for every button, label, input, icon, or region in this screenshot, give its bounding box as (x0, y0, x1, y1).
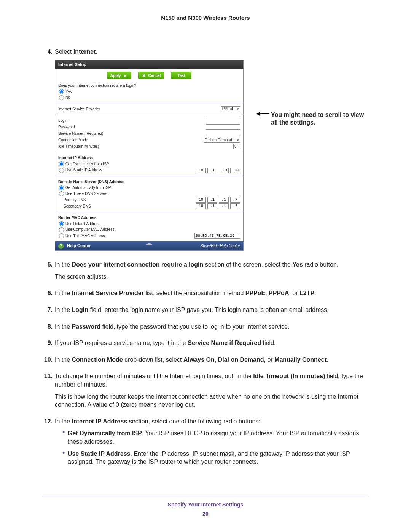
cancel-button[interactable]: ✖ Cancel (138, 72, 164, 79)
service-name-label: Service Name(If Required) (58, 131, 206, 136)
text-bold: L2TP (299, 290, 314, 296)
mac-address-input[interactable] (194, 233, 240, 239)
ip-octet[interactable] (230, 197, 240, 203)
radio-input[interactable] (59, 168, 64, 173)
ip-octet[interactable] (196, 197, 206, 203)
static-ip-fields (196, 168, 240, 173)
step-8: 8. In the Password field, type the passw… (42, 323, 369, 335)
radio-label: Use These DNS Servers (65, 191, 107, 197)
footer-section: Specify Your Internet Settings (0, 502, 411, 508)
text: This is how long the router keeps the In… (55, 393, 369, 409)
button-bar: Apply ► ✖ Cancel Test (55, 69, 243, 81)
text-bold: PPPoE (245, 290, 265, 296)
idle-timeout-label: Idle Timeout(In Minutes) (58, 144, 233, 149)
text-bold: Yes (292, 261, 303, 268)
radio-dns-auto[interactable]: Get Automatically from ISP (58, 185, 240, 191)
question-login: Does your Internet connection require a … (58, 82, 240, 89)
step-number: 12. (42, 417, 55, 470)
secondary-dns-label: Secondary DNS (64, 204, 196, 209)
radio-yes-input[interactable] (59, 89, 64, 94)
dns-header: Domain Name Server (DNS) Address (58, 179, 240, 185)
ip-octet[interactable] (207, 197, 217, 203)
close-icon: ✖ (142, 73, 146, 78)
radio-ip-dynamic[interactable]: Get Dynamically from ISP (58, 161, 240, 167)
text-bold: PPPoA (269, 290, 289, 296)
step-number: 4. (42, 48, 55, 256)
chevron-up-icon (146, 243, 153, 245)
text: . (96, 48, 97, 55)
radio-label: Yes (65, 89, 72, 94)
text: field, enter the login name your ISP gav… (88, 307, 329, 313)
text: , (215, 356, 218, 363)
bullet-item: Get Dynamically from ISP. Your ISP uses … (62, 429, 369, 446)
step-6: 6. In the Internet Service Provider list… (42, 289, 369, 301)
text: section of the screen, select the (203, 261, 292, 268)
step-4: 4. Select Internet. Internet Setup Apply (42, 48, 369, 256)
text-bold: Internet Service Provider (72, 290, 143, 296)
login-label: Login (58, 118, 206, 123)
test-button[interactable]: Test (171, 72, 191, 79)
radio-input[interactable] (59, 185, 64, 190)
radio-mac-default[interactable]: Use Default Address (58, 221, 240, 227)
text: To change the number of minutes until th… (55, 373, 253, 379)
apply-button[interactable]: Apply ► (107, 72, 131, 79)
radio-mac-computer[interactable]: Use Computer MAC Address (58, 227, 240, 233)
ip-octet[interactable] (219, 203, 229, 209)
ip-octet[interactable] (207, 168, 217, 173)
password-input[interactable] (206, 124, 240, 130)
text: radio button. (303, 261, 338, 268)
ip-octet[interactable] (196, 203, 206, 209)
page: N150 and N300 Wireless Routers 4. Select… (0, 0, 411, 532)
radio-no-input[interactable] (59, 95, 64, 100)
text-bold: Use Static IP Address (68, 451, 131, 457)
isp-select[interactable]: PPPoE (221, 106, 240, 112)
step-number: 8. (42, 323, 55, 335)
radio-input[interactable] (59, 227, 64, 232)
ip-octet[interactable] (219, 168, 229, 173)
radio-dns-manual[interactable]: Use These DNS Servers (58, 191, 240, 197)
text-bold: Service Name if Required (188, 340, 261, 346)
isp-label: Internet Service Provider (58, 106, 221, 112)
step-number: 10. (42, 356, 55, 368)
text: Select (55, 48, 73, 55)
help-center-label: Help Center (67, 243, 91, 248)
footer: Specify Your Internet Settings 20 (0, 496, 411, 517)
step-11: 11. To change the number of minutes unti… (42, 372, 369, 412)
ip-octet[interactable] (207, 203, 217, 209)
ip-octet[interactable] (230, 203, 240, 209)
radio-no[interactable]: No (58, 94, 240, 101)
arrow-left-icon (256, 111, 269, 117)
service-name-input[interactable] (206, 131, 240, 136)
ip-octet[interactable] (230, 168, 240, 173)
help-center-bar[interactable]: ? Help Center Show/Hide Help Center (55, 241, 243, 250)
radio-input[interactable] (59, 233, 64, 238)
panel: Does your Internet connection require a … (55, 81, 243, 241)
login-input[interactable] (206, 118, 240, 123)
text-bold: Dial on Demand (218, 356, 264, 363)
connection-mode-select[interactable]: Dial on Demand (204, 137, 240, 143)
text: list, select the encapsulation method (144, 290, 245, 296)
radio-input[interactable] (59, 221, 64, 226)
text: In the (55, 418, 72, 425)
ip-octet[interactable] (196, 168, 206, 173)
help-toggle-label[interactable]: Show/Hide Help Center (201, 243, 241, 249)
text: In the (55, 356, 72, 363)
step-12: 12. In the Internet IP Address section, … (42, 417, 369, 470)
radio-input[interactable] (59, 191, 64, 196)
text: In the (55, 290, 72, 296)
doc-title: N150 and N300 Wireless Routers (42, 14, 369, 21)
radio-yes[interactable]: Yes (58, 89, 240, 95)
radio-mac-this[interactable]: Use This MAC Address (58, 233, 194, 239)
text: In the (55, 307, 72, 313)
radio-ip-static[interactable]: Use Static IP Address (58, 167, 196, 173)
text: , (265, 290, 269, 296)
radio-input[interactable] (59, 161, 64, 166)
callout: You might need to scroll to view all the… (256, 111, 369, 127)
idle-timeout-input[interactable] (233, 144, 240, 149)
text-bold: Connection Mode (72, 356, 123, 363)
help-icon: ? (58, 243, 64, 249)
text-bold: Get Dynamically from ISP (68, 430, 142, 436)
radio-label: Get Automatically from ISP (65, 185, 111, 190)
step-5: 5. In the Does your Internet connection … (42, 260, 369, 284)
ip-octet[interactable] (219, 197, 229, 203)
